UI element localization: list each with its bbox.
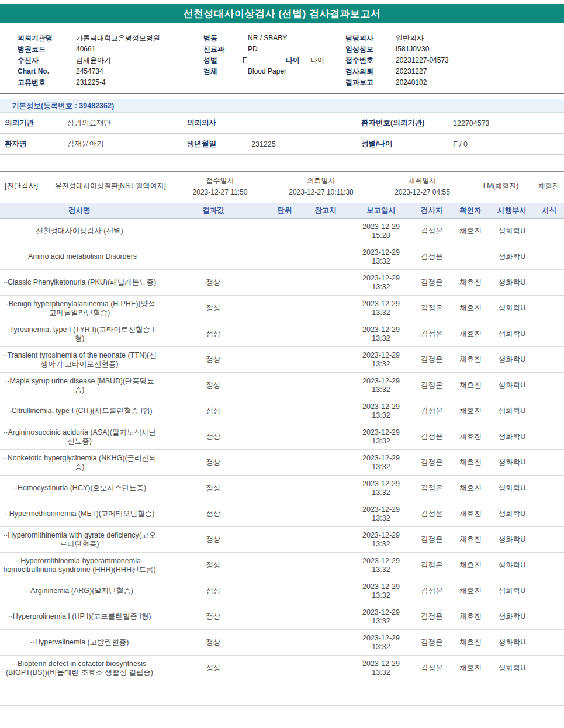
diagnosis-time-block: 접수일시2023-12-27 11:50	[169, 176, 271, 196]
format-cell	[534, 450, 564, 476]
lab-report-page: 선천성대사이상검사 (선별) 검사결과보고서 의뢰기관명가톨릭대학교은평성모병원…	[0, 0, 564, 728]
report-date: 2023-12-29	[351, 583, 411, 591]
result-value-cell: 정상	[159, 450, 268, 476]
format-cell	[534, 373, 564, 398]
unit-cell	[268, 296, 302, 321]
result-value-cell: 정상	[159, 527, 268, 553]
column-header: 시행부서	[490, 203, 534, 219]
format-cell	[534, 630, 564, 656]
reference-range-cell	[302, 630, 350, 656]
department-cell: 생화학U	[490, 656, 534, 681]
basic-info-title: 기본정보(등록번호 : 39482362)	[12, 101, 114, 111]
unit-cell	[268, 219, 302, 244]
tester-cell: 김정은	[413, 656, 451, 681]
result-value-cell: 정상	[159, 398, 268, 424]
diagnosis-time-block: 채취일시2023-12-27 04:55	[372, 176, 473, 196]
report-datetime-cell: 2023-12-2913:32	[350, 296, 413, 321]
header-field-row: 검체Blood Paper	[203, 66, 345, 77]
field-label: 수진자	[18, 55, 76, 66]
field-label: 담당의사	[345, 33, 396, 44]
field-value: 일반의사	[396, 33, 424, 44]
confirmer-cell	[451, 244, 490, 270]
field-label: 채취일시	[372, 176, 473, 186]
department-cell: 생화학U	[490, 296, 534, 321]
report-title: 선천성대사이상검사 (선별) 검사결과보고서	[184, 7, 381, 20]
report-datetime-cell: 2023-12-2913:32	[350, 501, 413, 527]
basic-info-section-bar: 기본정보(등록번호 : 39482362)	[0, 99, 564, 113]
field-label: 검사의뢰	[345, 66, 396, 77]
column-header: 참고치	[302, 203, 350, 219]
unit-cell	[268, 321, 302, 347]
confirmer-cell: 채효진	[451, 347, 490, 373]
report-datetime-cell: 2023-12-2913:32	[350, 244, 413, 270]
test-name-cell: ··Hypermethioninemia (MET)(고메티오닌혈증)	[0, 501, 159, 527]
tester-cell: 김정은	[413, 244, 451, 270]
tester-cell: 김정은	[413, 578, 451, 604]
field-value: Blood Paper	[248, 66, 286, 77]
table-row: ··Hyperornithinemia with gyrate deficien…	[0, 527, 564, 553]
test-name-cell: ··Hyperornithinemia with gyrate deficien…	[0, 527, 159, 553]
column-header: 단위	[268, 203, 302, 219]
format-cell	[534, 578, 564, 604]
result-value-cell: 정상	[159, 476, 268, 501]
field-value: 20231227	[396, 66, 427, 77]
result-value-cell: 정상	[159, 424, 268, 450]
result-value-cell: 정상	[159, 296, 268, 321]
table-row: ··Hypervalinemia (고발린혈증)정상2023-12-2913:3…	[0, 630, 564, 656]
diagnosis-times: 접수일시2023-12-27 11:50의뢰일시2023-12-27 10:11…	[169, 176, 473, 196]
report-date: 2023-12-29	[351, 428, 411, 437]
field-value: 김재윤아기	[76, 55, 111, 66]
department-cell: 생화학U	[490, 553, 534, 578]
table-row: ··Classic Phenylketonuria (PKU)(페닐케톤뇨증)정…	[0, 270, 564, 296]
field-value: 20240102	[396, 77, 427, 88]
test-name-cell: ··Tyrosinemia, type I (TYR I)(고타이로신혈증 I형…	[0, 321, 159, 347]
report-time: 13:32	[351, 591, 411, 600]
format-cell	[534, 321, 564, 347]
reference-range-cell	[302, 398, 350, 424]
test-name-cell: ··Biopterin defect in cofactor biosynthe…	[0, 656, 159, 681]
diagnosis-tag: [진단검사]	[5, 181, 55, 191]
report-datetime-cell: 2023-12-2913:32	[350, 450, 413, 476]
reference-range-cell	[302, 527, 350, 553]
unit-cell	[268, 450, 302, 476]
header-field-row: 고유번호231225-4	[18, 77, 203, 88]
department-cell: 생화학U	[490, 476, 534, 501]
department-cell: 생화학U	[490, 270, 534, 296]
field-value: 20231227-04573	[396, 55, 449, 66]
report-datetime-cell: 2023-12-2913:32	[350, 553, 413, 578]
table-row: ··Argininosuccinic aciduria (ASA)(알지노석시닌…	[0, 424, 564, 450]
unit-cell	[268, 373, 302, 398]
department-cell: 생화학U	[490, 219, 534, 244]
report-date: 2023-12-29	[351, 351, 411, 360]
format-cell	[534, 347, 564, 373]
reference-range-cell	[302, 347, 350, 373]
confirmer-cell: 채효진	[451, 527, 490, 553]
field-value: 2023-12-27 10:11:38	[271, 188, 372, 196]
report-date: 2023-12-29	[351, 403, 411, 411]
report-date: 2023-12-29	[351, 634, 411, 643]
department-cell: 생화학U	[490, 604, 534, 630]
results-table: 검사명결과값단위참고치보고일시검사자확인자시행부서서식 선천성대사이상검사 (선…	[0, 203, 564, 681]
test-name-cell: ··Maple syrup urine disease [MSUD](단풍당뇨증…	[0, 373, 159, 398]
format-cell	[534, 270, 564, 296]
field-value: 231225	[251, 140, 361, 148]
tester-cell: 김정은	[413, 450, 451, 476]
format-cell	[534, 398, 564, 424]
format-cell	[534, 501, 564, 527]
header-field-row: 의뢰기관명가톨릭대학교은평성모병원	[18, 33, 203, 44]
header-field-row: 접수번호20231227-04573	[345, 55, 558, 66]
test-name-cell: ··Hyperornithinemia-hyperammonemia-homoc…	[0, 553, 159, 578]
report-date: 2023-12-29	[351, 608, 411, 617]
field-value: 122704573	[453, 119, 564, 127]
field-value: PD	[248, 44, 283, 55]
reference-range-cell	[302, 244, 350, 270]
reference-range-cell	[302, 476, 350, 501]
report-time: 13:32	[351, 334, 411, 343]
report-datetime-cell: 2023-12-2913:32	[350, 476, 413, 501]
field-value: NR / SBABY	[248, 33, 287, 44]
report-header-info: 의뢰기관명가톨릭대학교은평성모병원병원코드40661수진자김재윤아기Chart …	[0, 23, 564, 94]
field-label: Chart No.	[18, 66, 76, 77]
tester-cell: 김정은	[413, 296, 451, 321]
report-date: 2023-12-29	[351, 557, 411, 566]
report-time: 13:32	[351, 411, 411, 420]
